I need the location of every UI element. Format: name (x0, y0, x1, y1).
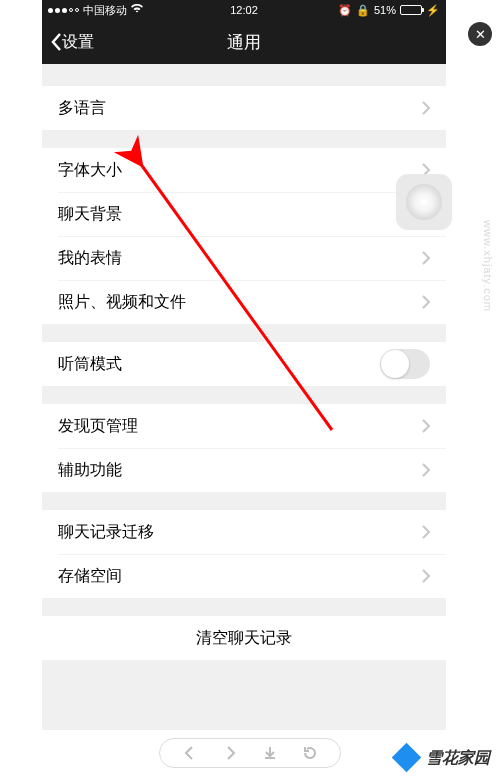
carrier-label: 中国移动 (83, 3, 127, 18)
close-icon[interactable]: ✕ (468, 22, 492, 46)
phone-screenshot: 中国移动 12:02 ⏰ 🔒 51% ⚡ 设置 通用 多语言 (42, 0, 446, 730)
group-appearance: 字体大小 聊天背景 我的表情 照片、视频和文件 (42, 148, 446, 324)
cell-label: 字体大小 (58, 160, 122, 181)
cell-label: 清空聊天记录 (196, 628, 292, 649)
snowflake-logo-icon (394, 745, 420, 771)
chevron-right-icon (422, 463, 430, 477)
cell-label: 发现页管理 (58, 416, 138, 437)
chevron-right-icon (422, 569, 430, 583)
cell-storage-space[interactable]: 存储空间 (42, 554, 446, 598)
chevron-right-icon (422, 525, 430, 539)
watermark-url: www.xhjaty.com (482, 220, 494, 312)
group-storage: 聊天记录迁移 存储空间 (42, 510, 446, 598)
next-icon[interactable] (222, 745, 238, 761)
battery-icon (400, 5, 422, 15)
assistive-touch-icon (406, 184, 442, 220)
watermark-brand: 雪花家园 (394, 745, 490, 771)
chevron-right-icon (422, 419, 430, 433)
cell-label: 辅助功能 (58, 460, 122, 481)
rotate-icon[interactable] (302, 745, 318, 761)
earpiece-toggle[interactable] (380, 349, 430, 379)
chevron-right-icon (422, 295, 430, 309)
cell-multilanguage[interactable]: 多语言 (42, 86, 446, 130)
alarm-icon: ⏰ (338, 4, 352, 17)
group-language: 多语言 (42, 86, 446, 130)
cell-accessibility[interactable]: 辅助功能 (42, 448, 446, 492)
watermark-brand-text: 雪花家园 (426, 748, 490, 769)
cell-chat-migration[interactable]: 聊天记录迁移 (42, 510, 446, 554)
clock-label: 12:02 (230, 4, 258, 16)
cell-label: 聊天背景 (58, 204, 122, 225)
cell-label: 多语言 (58, 98, 106, 119)
cell-photos-videos-files[interactable]: 照片、视频和文件 (42, 280, 446, 324)
download-icon[interactable] (262, 745, 278, 761)
cell-label: 聊天记录迁移 (58, 522, 154, 543)
cell-clear-chat-history[interactable]: 清空聊天记录 (42, 616, 446, 660)
wifi-icon (131, 4, 143, 16)
back-label: 设置 (62, 32, 94, 53)
group-earpiece: 听筒模式 (42, 342, 446, 386)
cell-discover-management[interactable]: 发现页管理 (42, 404, 446, 448)
assistive-touch-button[interactable] (396, 174, 452, 230)
cell-label: 照片、视频和文件 (58, 292, 186, 313)
battery-pct-label: 51% (374, 4, 396, 16)
cell-earpiece-mode: 听筒模式 (42, 342, 446, 386)
prev-icon[interactable] (182, 745, 198, 761)
status-bar: 中国移动 12:02 ⏰ 🔒 51% ⚡ (42, 0, 446, 20)
chevron-right-icon (422, 101, 430, 115)
nav-bar: 设置 通用 (42, 20, 446, 64)
cell-label: 存储空间 (58, 566, 122, 587)
back-button[interactable]: 设置 (42, 32, 94, 53)
lock-icon: 🔒 (356, 4, 370, 17)
group-clear: 清空聊天记录 (42, 616, 446, 660)
cell-font-size[interactable]: 字体大小 (42, 148, 446, 192)
chevron-left-icon (50, 32, 62, 52)
settings-list: 多语言 字体大小 聊天背景 我的表情 照片、视频和文件 (42, 86, 446, 660)
cell-label: 我的表情 (58, 248, 122, 269)
charging-icon: ⚡ (426, 4, 440, 17)
signal-dots-icon (48, 8, 79, 13)
page-title: 通用 (227, 31, 261, 54)
cell-chat-background[interactable]: 聊天背景 (42, 192, 446, 236)
chevron-right-icon (422, 251, 430, 265)
cell-label: 听筒模式 (58, 354, 122, 375)
group-discover: 发现页管理 辅助功能 (42, 404, 446, 492)
cell-my-stickers[interactable]: 我的表情 (42, 236, 446, 280)
